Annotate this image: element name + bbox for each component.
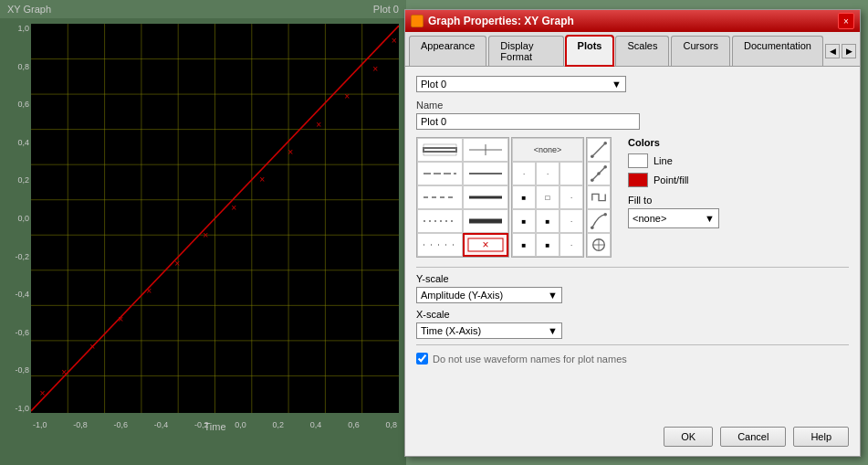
name-field-group: Name — [416, 100, 849, 137]
svg-point-47 — [591, 154, 594, 158]
graph-svg: × × × × × × × × × × × × × × — [31, 24, 399, 413]
line-style-dashed-2[interactable] — [417, 185, 463, 209]
line-color-row: Line — [628, 153, 719, 168]
tab-documentation[interactable]: Documentation — [732, 36, 823, 66]
interp-1[interactable] — [587, 138, 611, 162]
y-scale-section: Y-scale Amplitude (Y-Axis) ▼ — [416, 273, 849, 303]
svg-text:×: × — [372, 64, 378, 74]
line-style-grid: × — [416, 137, 509, 258]
svg-text:×: × — [203, 230, 208, 240]
tab-appearance[interactable]: Appearance — [409, 36, 486, 66]
point-color-row: Point/fill — [628, 173, 719, 187]
svg-text:×: × — [146, 286, 152, 296]
line-color-label: Line — [654, 155, 673, 166]
svg-text:×: × — [316, 120, 321, 130]
tab-scroll-right[interactable]: ▶ — [842, 44, 856, 58]
dialog-title-group: Graph Properties: XY Graph — [411, 15, 574, 27]
x-scale-arrow: ▼ — [548, 325, 558, 336]
y-scale-value: Amplitude (Y-Axis) — [421, 290, 503, 301]
fill-to-arrow: ▼ — [705, 213, 715, 224]
svg-rect-35 — [424, 144, 456, 155]
line-style-selected[interactable]: × — [463, 233, 508, 257]
tabs-bar: Appearance Display Format Plots Scales C… — [405, 32, 860, 67]
graph-properties-dialog: Graph Properties: XY Graph × Appearance … — [404, 9, 861, 457]
help-button[interactable]: Help — [793, 427, 849, 447]
tab-plots[interactable]: Plots — [566, 36, 614, 66]
line-style-medium[interactable] — [463, 185, 508, 209]
svg-text:×: × — [231, 203, 236, 213]
point-color-swatch[interactable] — [628, 173, 648, 187]
interp-4[interactable] — [587, 209, 611, 233]
close-button[interactable]: × — [838, 13, 854, 29]
cancel-button[interactable]: Cancel — [720, 427, 786, 447]
x-scale-dropdown[interactable]: Time (X-Axis) ▼ — [416, 322, 562, 339]
point-none-1[interactable]: · — [512, 162, 536, 185]
dialog-titlebar: Graph Properties: XY Graph × — [405, 10, 860, 32]
point-square-9[interactable]: · — [559, 233, 583, 257]
point-square-6[interactable]: · — [559, 209, 583, 233]
line-style-solid[interactable] — [417, 138, 463, 162]
fill-to-value: <none> — [633, 213, 666, 224]
waveform-checkbox-label: Do not use waveform names for plot names — [433, 354, 627, 365]
interp-5[interactable] — [587, 233, 611, 257]
plot-dropdown-value: Plot 0 — [421, 79, 446, 90]
line-style-dotted[interactable] — [417, 209, 463, 233]
y-tick-0,8: 0,8 — [17, 62, 29, 71]
x-axis-label: Time — [204, 421, 225, 432]
tab-scroll-group: ◀ ▶ — [825, 36, 856, 66]
svg-point-48 — [603, 142, 607, 145]
dialog-footer: OK Cancel Help — [664, 427, 849, 447]
point-square-1[interactable]: ■ — [512, 185, 536, 209]
svg-text:×: × — [118, 314, 123, 324]
point-square-8[interactable]: ■ — [536, 233, 559, 257]
point-square-3[interactable]: · — [559, 185, 583, 209]
line-style-solid-thick[interactable] — [463, 138, 508, 162]
point-square-7[interactable]: ■ — [512, 233, 536, 257]
colors-title: Colors — [628, 137, 719, 148]
line-style-thick[interactable] — [463, 209, 508, 233]
point-square-2[interactable]: □ — [536, 185, 559, 209]
tab-cursors[interactable]: Cursors — [671, 36, 730, 66]
x-scale-value: Time (X-Axis) — [421, 325, 481, 336]
svg-text:×: × — [39, 388, 45, 398]
y-tick-m1,0: -1,0 — [15, 404, 29, 413]
line-style-dashed-1[interactable] — [417, 162, 463, 185]
y-scale-dropdown[interactable]: Amplitude (Y-Axis) ▼ — [416, 287, 562, 303]
y-tick-0,4: 0,4 — [17, 138, 29, 147]
tab-scroll-left[interactable]: ◀ — [825, 44, 840, 58]
point-square-5[interactable]: ■ — [536, 209, 559, 233]
point-style-header: <none> — [512, 138, 583, 162]
point-square-4[interactable]: ■ — [512, 209, 536, 233]
line-point-grids: × <none> · · ■ □ · — [416, 137, 612, 258]
tab-scales[interactable]: Scales — [615, 36, 669, 66]
dialog-content: Plot 0 ▼ Name — [405, 67, 860, 381]
line-color-swatch[interactable] — [628, 153, 648, 168]
svg-text:×: × — [344, 91, 350, 101]
svg-text:×: × — [174, 259, 180, 269]
waveform-checkbox[interactable] — [416, 353, 428, 365]
y-tick-0,0: 0,0 — [17, 214, 29, 223]
svg-text:×: × — [259, 175, 265, 185]
tab-display-format[interactable]: Display Format — [488, 36, 563, 66]
plot-dropdown[interactable]: Plot 0 ▼ — [416, 76, 626, 92]
fill-to-label: Fill to — [628, 195, 719, 206]
x-scale-label: X-scale — [416, 309, 849, 320]
interp-2[interactable] — [587, 162, 611, 185]
interp-3[interactable] — [587, 185, 611, 209]
graph-titlebar: XY Graph Plot 0 — [0, 0, 406, 18]
fill-to-dropdown[interactable]: <none> ▼ — [628, 208, 719, 228]
dialog-title-text: Graph Properties: XY Graph — [428, 15, 574, 27]
graph-area: XY Graph Plot 0 Amplitude — [0, 0, 406, 465]
svg-point-51 — [597, 172, 601, 175]
line-style-solid-2[interactable] — [463, 162, 508, 185]
style-section: × <none> · · ■ □ · — [416, 137, 849, 258]
point-color-label: Point/fill — [654, 174, 689, 185]
name-input[interactable] — [416, 113, 640, 130]
svg-point-53 — [603, 213, 607, 217]
point-none-3[interactable] — [559, 162, 583, 185]
y-scale-label: Y-scale — [416, 273, 849, 284]
point-none-2[interactable]: · — [536, 162, 559, 185]
y-tick-m0,6: -0,6 — [15, 328, 29, 337]
ok-button[interactable]: OK — [664, 427, 713, 447]
line-style-sparse-dot[interactable] — [417, 233, 463, 257]
